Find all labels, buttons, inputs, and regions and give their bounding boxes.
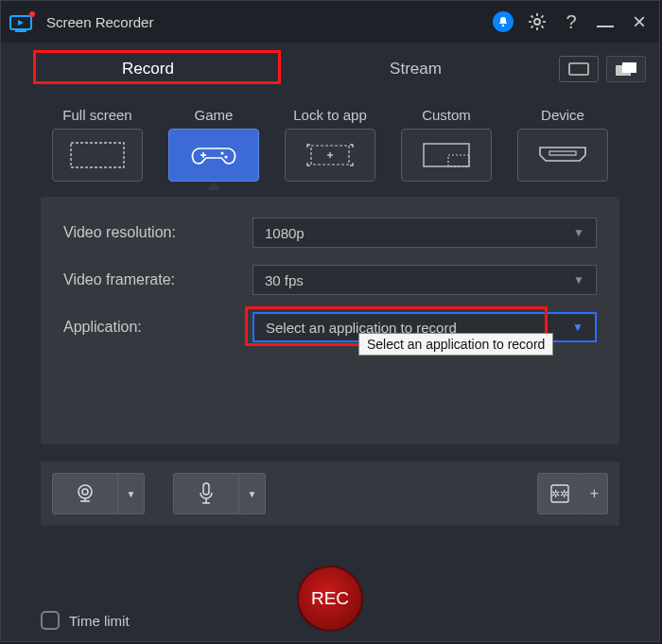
titlebar: Screen Recorder ? [1, 1, 659, 43]
capture-mode-custom[interactable] [401, 129, 492, 182]
notifications-button[interactable] [491, 9, 515, 34]
application-label: Application: [63, 319, 253, 336]
overlay-button[interactable]: ✲✲ [537, 473, 583, 514]
titlebar-controls: ? × [491, 9, 652, 34]
multi-monitor-icon [615, 61, 637, 77]
svg-point-5 [534, 19, 540, 25]
svg-point-28 [78, 485, 92, 498]
gear-icon [528, 12, 547, 31]
webcam-button[interactable] [52, 473, 118, 514]
chevron-down-icon: ▼ [248, 489, 257, 499]
capture-mode-game[interactable] [168, 129, 259, 182]
svg-rect-3 [15, 30, 26, 32]
svg-rect-17 [71, 143, 124, 167]
framerate-label: Video framerate: [63, 271, 253, 288]
overlay-effects-icon: ✲✲ [549, 483, 570, 504]
custom-region-icon [418, 140, 475, 170]
minimize-icon [597, 26, 614, 27]
svg-point-2 [29, 11, 35, 17]
overlay-group: ✲✲ + [537, 473, 608, 514]
fullscreen-icon [67, 139, 128, 171]
svg-line-11 [541, 26, 543, 27]
bell-icon [493, 11, 514, 32]
capture-mode-row: Full screen Game Lock to app [1, 90, 659, 182]
resolution-value: 1080p [265, 225, 305, 241]
chevron-down-icon: ▼ [573, 273, 584, 287]
app-title: Screen Recorder [46, 14, 491, 30]
close-icon: × [633, 10, 646, 33]
resolution-label: Video resolution: [63, 224, 253, 241]
time-limit-checkbox[interactable] [41, 611, 60, 630]
mic-button[interactable] [173, 473, 239, 514]
svg-rect-26 [448, 155, 469, 166]
gamepad-icon [190, 141, 237, 169]
tab-record[interactable]: Record [14, 50, 282, 88]
help-icon: ? [566, 11, 576, 33]
svg-line-12 [531, 26, 533, 27]
main-tabs: Record Stream [1, 43, 659, 90]
chevron-down-icon: ▼ [573, 226, 584, 239]
sources-panel: ▼ ▼ ✲✲ + [41, 461, 619, 526]
chevron-down-icon: ▼ [127, 489, 136, 499]
monitor-icon [568, 62, 589, 76]
svg-rect-16 [622, 62, 636, 73]
help-button[interactable]: ? [559, 9, 584, 34]
tab-stream[interactable]: Stream [282, 50, 549, 88]
lock-to-app-icon [302, 140, 358, 170]
svg-rect-25 [424, 144, 469, 166]
device-hdmi-icon [534, 144, 591, 166]
mic-group: ▼ [173, 473, 266, 514]
mic-options-button[interactable]: ▼ [239, 473, 266, 514]
settings-panel: Video resolution: 1080p ▼ Video framerat… [41, 197, 619, 444]
svg-marker-1 [18, 20, 24, 26]
record-button[interactable]: REC [297, 566, 363, 632]
display-mode-multi-button[interactable] [606, 56, 646, 82]
chevron-down-icon: ▼ [572, 321, 584, 334]
svg-point-20 [220, 151, 223, 154]
webcam-group: ▼ [52, 473, 145, 514]
svg-line-10 [531, 16, 533, 18]
framerate-value: 30 fps [265, 272, 304, 288]
selected-pointer-icon [206, 182, 221, 190]
framerate-dropdown[interactable]: 30 fps ▼ [253, 265, 597, 295]
settings-button[interactable] [525, 9, 549, 34]
application-tooltip: Select an application to record [358, 333, 553, 356]
capture-label-lock: Lock to app [293, 107, 367, 123]
capture-mode-lock-to-app[interactable] [285, 129, 375, 182]
svg-rect-14 [569, 63, 588, 75]
app-window: Screen Recorder ? [0, 0, 660, 642]
svg-point-21 [224, 155, 227, 158]
webcam-icon [74, 482, 96, 505]
svg-text:✲✲: ✲✲ [551, 488, 568, 499]
time-limit-label: Time limit [69, 613, 130, 629]
capture-label-game: Game [195, 107, 234, 123]
close-button[interactable]: × [627, 9, 652, 34]
svg-rect-27 [549, 151, 576, 155]
resolution-dropdown[interactable]: 1080p ▼ [253, 218, 597, 248]
svg-rect-30 [203, 483, 209, 495]
capture-mode-device[interactable] [517, 129, 608, 182]
capture-label-custom: Custom [422, 107, 471, 123]
capture-label-device: Device [541, 107, 584, 123]
footer: Time limit REC [1, 611, 659, 630]
svg-point-29 [82, 489, 88, 495]
svg-point-4 [502, 25, 504, 26]
minimize-button[interactable] [593, 9, 618, 34]
display-mode-single-button[interactable] [559, 56, 599, 82]
microphone-icon [197, 481, 216, 506]
record-button-label: REC [311, 588, 349, 609]
app-logo-icon [9, 8, 37, 36]
svg-line-13 [541, 16, 543, 18]
overlay-add-button[interactable]: + [582, 473, 608, 514]
webcam-options-button[interactable]: ▼ [118, 473, 145, 514]
capture-label-fullscreen: Full screen [62, 107, 131, 123]
plus-icon: + [590, 485, 599, 502]
capture-mode-fullscreen[interactable] [52, 129, 143, 182]
